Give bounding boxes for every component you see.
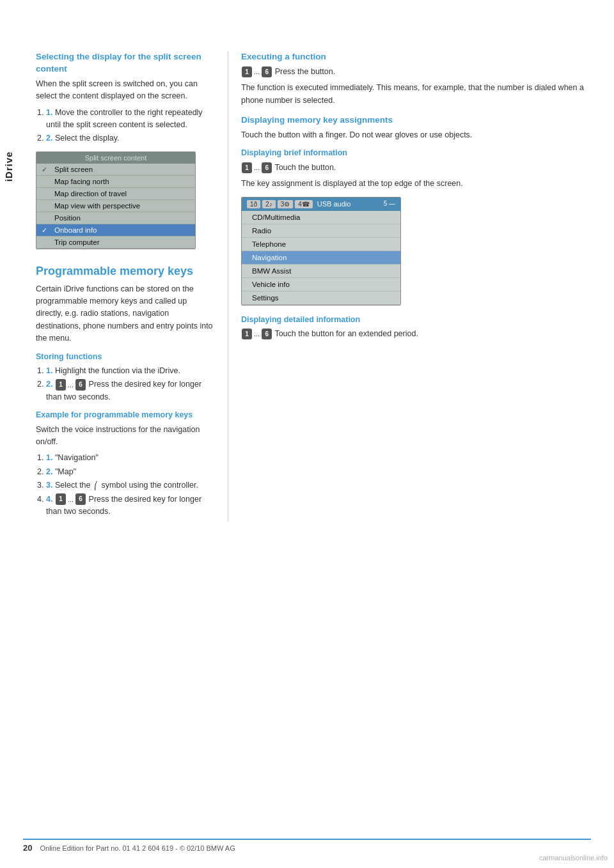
split-menu-item-onboard: Onboard info — [36, 224, 195, 236]
memory-assignments-intro: Touch the button with a finger. Do not w… — [241, 129, 588, 141]
split-screen-section: Selecting the display for the split scre… — [36, 51, 215, 249]
split-menu-item-position: Position — [36, 212, 195, 224]
split-menu-item-map-north: Map facing north — [36, 176, 195, 188]
memory-assignments-title: Displaying memory key assignments — [241, 114, 588, 127]
nav-item-navigation: Navigation — [242, 251, 400, 265]
split-screen-title: Selecting the display for the split scre… — [36, 51, 215, 75]
nav-item-radio: Radio — [242, 224, 400, 238]
nav-item-vehicle-info: Vehicle info — [242, 278, 400, 291]
nav-item-settings: Settings — [242, 291, 400, 305]
storing-functions-title: Storing functions — [36, 352, 215, 363]
storing-step-1: 1. Highlight the function via the iDrive… — [46, 365, 215, 377]
example-step-3: 3. Select the ⎛ symbol using the control… — [46, 479, 215, 492]
split-menu-item-trip: Trip computer — [36, 236, 195, 249]
example-intro: Switch the voice instructions for the na… — [36, 424, 215, 449]
split-screen-intro: When the split screen is switched on, yo… — [36, 78, 215, 103]
storing-step-2: 2. 1 ... 6 Press the desired key for lon… — [46, 378, 215, 403]
brief-info-title: Displaying brief information — [241, 148, 588, 159]
nav-tab-1: 1ð — [247, 200, 260, 208]
exec-key-1: 1 — [242, 66, 252, 78]
split-step-1: 1. Move the controller to the right repe… — [46, 107, 215, 132]
example-key-badge-6: 6 — [75, 493, 86, 505]
detailed-info-section: Displaying detailed information 1 ... 6 … — [241, 314, 588, 341]
footer-text: Online Edition for Part no. 01 41 2 604 … — [40, 844, 235, 852]
nav-tab-3: 3⚙ — [278, 200, 294, 208]
detail-key-1: 1 — [242, 329, 252, 340]
programmable-keys-section: Programmable memory keys Certain iDrive … — [36, 265, 215, 518]
example-step-1: 1. "Navigation" — [46, 452, 215, 464]
nav-label: USB audio — [317, 200, 351, 208]
executing-section: Executing a function 1 ... 6 Press the b… — [241, 51, 588, 107]
brief-info-detail: The key assignment is displayed at the t… — [241, 178, 588, 190]
executing-detail: 1 ... 6 Press the button. — [241, 66, 588, 78]
split-step-2: 2. Select the display. — [46, 132, 215, 144]
nav-tab-4: 4☎ — [295, 200, 313, 208]
watermark: carmanualsonline.info — [539, 854, 608, 862]
page-number: 20 — [23, 843, 32, 853]
example-title: Example for programmable memory keys — [36, 410, 215, 421]
split-menu-item-split-screen: Split screen — [36, 164, 195, 176]
nav-header-bar: 1ð 2♪ 3⚙ 4☎ USB audio 5 — — [242, 198, 400, 211]
example-step-2: 2. "Map" — [46, 466, 215, 478]
split-menu-item-map-direction: Map direction of travel — [36, 188, 195, 200]
nav-item-telephone: Telephone — [242, 238, 400, 251]
nav-header-right: 5 — — [384, 200, 395, 208]
detail-key-6: 6 — [262, 329, 272, 340]
nav-item-bmw-assist: BMW Assist — [242, 265, 400, 278]
right-column: Executing a function 1 ... 6 Press the b… — [228, 51, 588, 522]
brief-info-keys: 1 ... 6 Touch the button. — [241, 162, 588, 174]
nav-item-cd: CD/Multimedia — [242, 211, 400, 224]
programmable-keys-title: Programmable memory keys — [36, 265, 215, 278]
sidebar-label: iDrive — [0, 102, 18, 230]
key-badge-1: 1 — [56, 379, 66, 391]
footer-container: 20 Online Edition for Part no. 01 41 2 6… — [23, 839, 591, 853]
exec-key-6: 6 — [262, 66, 272, 78]
detailed-info-title: Displaying detailed information — [241, 314, 588, 326]
split-menu-item-map-perspective: Map view with perspective — [36, 200, 195, 212]
programmable-keys-intro: Certain iDrive functions can be stored o… — [36, 283, 215, 345]
split-screen-menu: Split screen content Split screen Map fa… — [36, 151, 196, 249]
memory-assignments-section: Displaying memory key assignments Touch … — [241, 114, 588, 141]
example-step-4: 4. 1 ... 6 Press the desired key for lon… — [46, 493, 215, 518]
nav-tab-2: 2♪ — [262, 200, 276, 208]
executing-description: The function is executed immediately. Th… — [241, 82, 588, 107]
split-menu-title: Split screen content — [36, 152, 195, 164]
nav-display: 1ð 2♪ 3⚙ 4☎ USB audio 5 — CD/Multimedia … — [241, 197, 401, 306]
example-key-badge-1: 1 — [56, 493, 66, 505]
left-column: Selecting the display for the split scre… — [36, 51, 228, 522]
key-badge-6: 6 — [75, 379, 86, 391]
detailed-info-keys: 1 ... 6 Touch the button for an extended… — [241, 328, 588, 340]
brief-key-1: 1 — [242, 162, 252, 174]
brief-key-6: 6 — [262, 162, 272, 174]
executing-title: Executing a function — [241, 51, 588, 63]
brief-info-section: Displaying brief information 1 ... 6 Tou… — [241, 148, 588, 305]
